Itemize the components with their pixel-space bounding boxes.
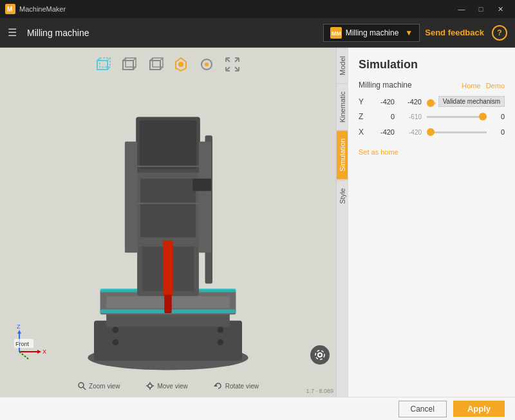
svg-point-56 <box>218 327 224 333</box>
x-row: X -420 -420 0 <box>359 128 505 137</box>
viewport-bottom-bar: Zoom view Move view Rotate view <box>0 381 336 390</box>
panel-subtitle: Milling machine <box>359 81 412 90</box>
z-slider-container <box>427 116 487 118</box>
help-button[interactable]: ? <box>492 25 507 41</box>
validate-mechanism-button[interactable]: Validate mechanism <box>438 96 505 107</box>
set-home-button[interactable]: Set as home <box>359 148 505 156</box>
y-slider[interactable] <box>427 102 436 104</box>
tab-kinematic[interactable]: Kinematic <box>337 83 348 130</box>
machine-3d-view <box>65 80 271 376</box>
svg-rect-9 <box>123 61 133 70</box>
x-slider-container <box>427 131 487 133</box>
cancel-button[interactable]: Cancel <box>398 401 447 417</box>
tab-model[interactable]: Model <box>337 48 348 83</box>
x-min: -420 <box>397 129 422 136</box>
demo-link[interactable]: Demo <box>486 82 505 90</box>
zoom-view-label: Zoom view <box>77 381 120 390</box>
right-tabs: Model Kinematic Simulation Style <box>336 48 348 397</box>
svg-line-66 <box>19 352 29 359</box>
svg-rect-49 <box>140 120 196 169</box>
svg-rect-46 <box>163 240 173 296</box>
menu-icon[interactable]: ☰ <box>8 26 17 39</box>
svg-marker-61 <box>17 330 21 334</box>
svg-point-70 <box>315 350 324 359</box>
svg-rect-14 <box>150 61 160 70</box>
svg-rect-4 <box>97 61 108 70</box>
machine-icon: MM <box>330 27 342 39</box>
svg-text:Front: Front <box>15 341 30 347</box>
view-explode-button[interactable] <box>171 54 191 75</box>
dropdown-arrow-icon: ▼ <box>405 28 413 37</box>
app-topbar-title: Milling machine <box>27 28 323 38</box>
minimize-button[interactable]: — <box>452 0 471 18</box>
view-side-button[interactable] <box>145 54 165 75</box>
orientation-cube: Z X Front <box>13 320 58 365</box>
svg-marker-64 <box>37 350 41 354</box>
z-row: Z 0 -610 0 <box>359 112 505 121</box>
app-icon: M <box>5 4 15 14</box>
svg-point-57 <box>113 339 119 346</box>
x-value: -420 <box>370 128 395 136</box>
view-iso-button[interactable] <box>119 54 140 75</box>
svg-rect-54 <box>199 142 211 253</box>
viewport-settings-button[interactable] <box>310 345 330 365</box>
send-feedback-button[interactable]: Send feedback <box>425 28 484 37</box>
svg-point-69 <box>318 353 322 357</box>
main-layout: Z X Front Zoom view <box>0 48 515 397</box>
svg-text:X: X <box>42 348 46 355</box>
x-slider[interactable] <box>427 131 487 133</box>
viewport: Z X Front Zoom view <box>0 48 336 397</box>
apply-button[interactable]: Apply <box>453 401 505 417</box>
close-button[interactable]: ✕ <box>491 0 510 18</box>
maximize-button[interactable]: □ <box>471 0 491 18</box>
machine-selector-label: Milling machine <box>346 28 399 37</box>
svg-rect-47 <box>164 295 172 314</box>
z-end: 0 <box>492 113 505 120</box>
svg-rect-45 <box>140 178 196 237</box>
z-label: Z <box>359 112 368 121</box>
tab-simulation[interactable]: Simulation <box>337 130 348 179</box>
svg-rect-59 <box>192 178 211 191</box>
view-expand-button[interactable] <box>222 54 243 75</box>
svg-point-73 <box>148 384 152 388</box>
y-min: -420 <box>397 98 422 106</box>
titlebar: M MachineMaker — □ ✕ <box>0 0 515 18</box>
svg-marker-78 <box>214 384 218 387</box>
move-view-label: Move view <box>145 381 187 390</box>
svg-text:M: M <box>7 6 12 13</box>
svg-point-55 <box>113 327 119 333</box>
window-controls: — □ ✕ <box>452 0 510 18</box>
x-label: X <box>359 128 368 137</box>
svg-text:Z: Z <box>17 323 21 330</box>
z-value: 0 <box>370 113 395 120</box>
home-link[interactable]: Home <box>462 82 480 90</box>
x-end: 0 <box>492 128 505 136</box>
machine-selector[interactable]: MM Milling machine ▼ <box>323 24 420 42</box>
topbar: ☰ Milling machine MM Milling machine ▼ S… <box>0 18 515 48</box>
z-min: -610 <box>397 113 422 120</box>
svg-point-22 <box>205 62 209 66</box>
view-section-button[interactable] <box>196 54 217 75</box>
bottom-bar: Cancel Apply <box>0 397 515 420</box>
svg-line-72 <box>83 387 86 390</box>
svg-text:MM: MM <box>332 30 341 37</box>
home-demo-links: Home Demo <box>462 82 505 90</box>
svg-point-71 <box>79 383 84 388</box>
viewport-toolbar <box>93 54 243 75</box>
svg-rect-53 <box>125 142 137 253</box>
panel-title: Simulation <box>359 58 505 72</box>
svg-point-58 <box>218 339 224 346</box>
z-slider[interactable] <box>427 116 487 118</box>
rotate-view-label: Rotate view <box>214 381 259 390</box>
svg-point-20 <box>178 62 183 67</box>
right-panel: Simulation Milling machine Home Demo Y -… <box>348 48 515 397</box>
view-front-button[interactable] <box>93 54 114 75</box>
tab-style[interactable]: Style <box>337 180 348 211</box>
version-label: 1.7 · 8.089 <box>306 388 333 394</box>
y-value: -420 <box>370 98 395 106</box>
app-title: MachineMaker <box>19 5 452 13</box>
